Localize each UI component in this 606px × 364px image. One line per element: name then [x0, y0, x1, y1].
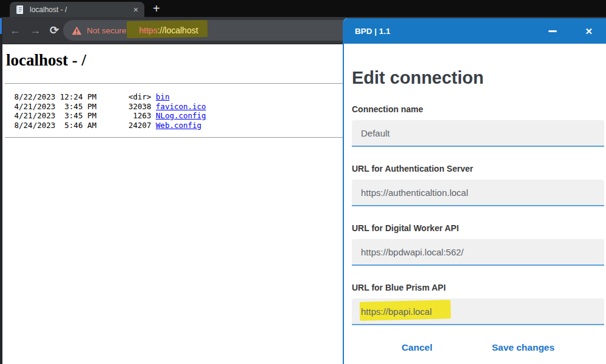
close-icon[interactable]: ✕: [585, 27, 593, 36]
connection-name-label: Connection name: [352, 104, 604, 115]
field-auth-server-url: URL for Authentication Server https://au…: [352, 164, 604, 206]
browser-tab-strip: localhost - / × +: [0, 0, 606, 17]
digital-worker-api-url-value: https://bpdwapi.local:562/: [361, 247, 463, 257]
url-text[interactable]: https://localhost: [139, 25, 198, 35]
auth-server-url-label: URL for Authentication Server: [352, 164, 604, 174]
dialog-body: Edit connection Connection name Default …: [344, 68, 606, 364]
auth-server-url-value: https://authenticaltion.local: [361, 187, 468, 198]
file-link[interactable]: bin: [156, 92, 170, 101]
digital-worker-api-url-label: URL for Digital Worker API: [352, 223, 604, 234]
forward-icon[interactable]: →: [30, 24, 41, 37]
url-scheme: https: [139, 25, 157, 35]
connection-name-value: Default: [361, 128, 390, 138]
warning-triangle-icon: [72, 26, 82, 35]
minimize-icon[interactable]: [548, 30, 557, 32]
dialog-title: BPD | 1.1: [355, 27, 391, 36]
save-changes-button[interactable]: Save changes: [492, 342, 554, 353]
tab-title: localhost - /: [30, 5, 132, 14]
reload-icon[interactable]: ⟳: [50, 24, 59, 37]
listing-row-meta: 4/21/2023 3:45 PM 32038: [10, 102, 156, 111]
listing-row-meta: 8/22/2023 12:24 PM <dir>: [10, 92, 156, 101]
dialog-titlebar[interactable]: BPD | 1.1 ✕: [344, 18, 606, 44]
listing-row-meta: 4/21/2023 3:45 PM 1263: [10, 111, 156, 120]
auth-server-url-input[interactable]: https://authenticaltion.local: [352, 180, 604, 206]
field-connection-name: Connection name Default: [352, 104, 604, 147]
new-tab-button[interactable]: +: [153, 1, 160, 16]
browser-tab[interactable]: localhost - / ×: [10, 2, 144, 17]
tab-close-icon[interactable]: ×: [132, 5, 140, 14]
listing-row-meta: 8/24/2023 5:46 AM 24207: [10, 121, 156, 130]
file-link[interactable]: favicon.ico: [156, 102, 206, 111]
url-host: ://localhost: [158, 25, 198, 35]
bpd-dialog: BPD | 1.1 ✕ Edit connection Connection n…: [343, 18, 606, 364]
file-link[interactable]: NLog.config: [156, 111, 206, 120]
dialog-heading: Edit connection: [352, 68, 604, 87]
blue-prism-api-url-value: https://bpapi.local: [361, 306, 432, 317]
field-blue-prism-api-url: URL for Blue Prism API https://bpapi.loc…: [352, 283, 604, 325]
file-link[interactable]: Web.config: [156, 121, 201, 130]
cancel-button[interactable]: Cancel: [402, 342, 433, 353]
blue-prism-api-url-label: URL for Blue Prism API: [352, 283, 604, 293]
window-edge-accent: [0, 18, 2, 34]
page-favicon-icon: [16, 5, 25, 15]
blue-prism-api-url-input[interactable]: https://bpapi.local: [352, 298, 604, 325]
digital-worker-api-url-input[interactable]: https://bpdwapi.local:562/: [352, 239, 604, 266]
not-secure-label: Not secure: [87, 26, 126, 35]
back-icon[interactable]: ←: [10, 24, 21, 37]
connection-name-input[interactable]: Default: [352, 120, 604, 147]
field-digital-worker-api-url: URL for Digital Worker API https://bpdwa…: [352, 223, 604, 266]
dialog-actions: Cancel Save changes: [352, 342, 604, 353]
